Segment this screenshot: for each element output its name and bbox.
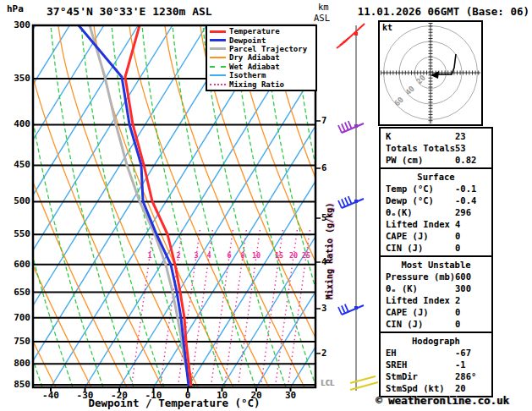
pressure-tick-label: 300 [5,19,30,30]
hodograph-box-title: Hodograph [381,335,491,347]
stat-label: SREH [386,359,407,370]
stat-row: CAPE (J)0 [381,306,491,318]
temperature-tick-label: -10 [140,390,168,401]
mixing-ratio-tick-label: 4 [202,251,216,260]
temperature-tick-label: -40 [36,390,65,401]
stat-row: θₑ(K)296 [381,206,491,218]
stat-value: 0 [455,242,460,254]
legend-item-label: Mixing Ratio [229,80,284,89]
legend-item-label: Isotherm [229,71,266,79]
stat-row: StmDir286° [381,370,491,382]
temperature-tick-label: 10 [208,390,237,401]
legend-item-label: Dry Adiabat [229,53,280,62]
stat-row: Temp (°C)-0.1 [381,183,491,195]
stat-value: 4 [455,218,460,230]
pressure-axis-unit: hPa [7,3,24,14]
legend-item-label: Wet Adiabat [229,63,280,71]
km-tick-label: 2 [321,348,326,358]
stat-value: -1 [455,359,466,370]
altitude-axis-unit-km: km [318,2,329,12]
stat-value: -0.1 [455,183,476,195]
stat-row: CAPE (J)0 [381,230,491,242]
stat-label: CAPE (J) [386,231,429,241]
stats-panel: K23Totals Totals53PW (cm)0.82 Surface Te… [379,129,493,397]
legend-item-label: Parcel Trajectory [229,45,307,53]
stat-row: Lifted Index4 [381,218,491,230]
stat-row: CIN (J)0 [381,318,491,330]
stat-value: 300 [455,282,471,294]
most-unstable-box-title: Most Unstable [381,259,491,271]
stat-label: EH [386,348,397,358]
stat-value: 53 [455,142,466,154]
legend-item-label: Dewpoint [229,36,266,45]
legend-line-sample [210,74,226,76]
lcl-marker-label: LCL [321,379,334,387]
stat-label: StmSpd (kt) [386,383,445,393]
pressure-tick-label: 500 [5,195,30,206]
pressure-tick-label: 650 [5,287,30,298]
km-tick-label: 3 [321,303,326,313]
pressure-tick-label: 550 [5,228,30,239]
wind-barb-LCL [350,376,378,390]
credit-footer: © weatheronline.co.uk [376,394,509,407]
stat-value: 0.82 [455,154,476,166]
stat-row: θₑ (K)300 [381,282,491,294]
hodograph-stats-box: Hodograph EH-67SREH-1StmDir286°StmSpd (k… [379,332,493,397]
mixing-ratio-tick-label: 3 [189,251,203,260]
stat-label: Dewp (°C) [386,195,434,206]
legend: TemperatureDewpointParcel TrajectoryDry … [206,25,317,91]
stat-value: 2 [455,294,460,306]
stat-label: Lifted Index [386,295,450,305]
wind-barb-7-km [338,121,364,133]
pressure-tick-label: 750 [5,336,30,347]
pressure-tick-label: 600 [5,259,30,270]
pressure-tick-label: 800 [5,358,30,369]
stat-value: 0 [455,306,460,318]
wind-barb-500-hPa [338,196,364,208]
legend-line-sample [210,66,226,68]
stat-row: Lifted Index2 [381,294,491,306]
mixing-ratio-tick-label: 1 [143,251,156,260]
hodograph-unit-label: kt [382,23,392,32]
stat-label: CIN (J) [386,243,423,253]
temperature-tick-label: -20 [105,390,134,401]
temperature-tick-label: 20 [242,390,271,401]
stat-label: CAPE (J) [386,307,429,317]
mixing-ratio-tick-label: 8 [236,251,250,260]
stat-row: SREH-1 [381,359,491,370]
legend-line-sample [210,47,226,50]
pressure-tick-label: 450 [5,159,30,170]
mixing-ratio-tick-label: 15 [272,251,286,260]
stat-row: EH-67 [381,347,491,359]
surface-box-title: Surface [381,171,491,183]
km-tick-label: 6 [321,162,326,173]
stat-label: StmDir [386,371,418,381]
surface-box: Surface Temp (°C)-0.1Dewp (°C)-0.4θₑ(K)2… [379,167,493,257]
temperature-tick-label: 30 [277,390,305,401]
legend-item: Dry Adiabat [207,53,315,62]
stat-label: Totals Totals [386,143,455,153]
stat-label: θₑ (K) [386,283,418,293]
mixing-ratio-tick-label: 25 [299,251,313,260]
mixing-ratio-tick-label: 10 [250,251,263,260]
pressure-tick-label: 350 [5,73,30,84]
stat-label: Pressure (mb) [386,271,455,282]
stat-value: 20 [455,382,466,394]
stat-value: 600 [455,271,471,282]
stat-label: Lifted Index [386,219,450,229]
stat-value: 286° [455,370,476,382]
km-tick-label: 7 [321,115,326,125]
legend-item: Parcel Trajectory [207,45,315,53]
skewt-sounding-page: 204060 hPa 37°45'N 30°33'E 1230m ASL km … [0,0,532,411]
stat-row: K23 [381,130,491,142]
stat-label: θₑ(K) [386,207,413,217]
temperature-tick-label: -30 [71,390,100,401]
legend-line-sample [210,30,226,33]
legend-item: Dewpoint [207,36,315,44]
indices-box: K23Totals Totals53PW (cm)0.82 [379,127,493,169]
mixing-ratio-tick-label: 2 [172,251,185,260]
stat-label: PW (cm) [386,155,423,165]
km-tick-label: 5 [321,212,326,222]
stat-label: Temp (°C) [386,184,434,194]
stat-row: CIN (J)0 [381,242,491,254]
